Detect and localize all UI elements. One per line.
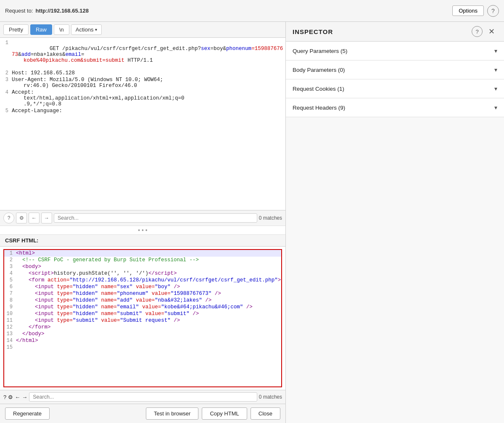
csrf-line-4: 4 <script>history.pushState('', '', '/')…: [4, 270, 281, 277]
csrf-line-2: 2 <!-- CSRF PoC - generated by Burp Suit…: [4, 257, 281, 263]
body-params-header[interactable]: Body Parameters (0) ▾: [286, 60, 504, 79]
request-line-4: 4 Accept:text/html,application/xhtml+xml…: [0, 89, 285, 108]
inspector-section-query-params: Query Parameters (5) ▾: [286, 42, 504, 60]
regenerate-button[interactable]: Regenerate: [5, 407, 50, 420]
bottom-action-bar: Regenerate Test in browser Copy HTML Clo…: [0, 404, 285, 423]
bottom-search-next-icon[interactable]: →: [22, 394, 27, 400]
action-btn-group: Test in browser Copy HTML Close: [146, 407, 280, 420]
right-panel: INSPECTOR ? ✕ Query Parameters (5) ▾ Bod…: [286, 22, 504, 423]
search-bar-top: ? ⚙ ← → 0 matches: [0, 210, 285, 226]
tab-actions[interactable]: Actions ▾: [71, 24, 102, 35]
matches-count-bottom: 0 matches: [259, 394, 282, 400]
search-prev-icon[interactable]: ←: [29, 213, 40, 223]
tab-pretty[interactable]: Pretty: [3, 24, 29, 35]
matches-count-top: 0 matches: [259, 215, 282, 221]
inspector-sections: Query Parameters (5) ▾ Body Parameters (…: [286, 42, 504, 423]
search-help-icon[interactable]: ?: [3, 213, 14, 223]
cookies-header[interactable]: Request Cookies (1) ▾: [286, 79, 504, 98]
headers-header[interactable]: Request Headers (9) ▾: [286, 98, 504, 117]
search-bar-bottom: ? ⚙ ← → 0 matches: [0, 390, 285, 404]
query-params-chevron: ▾: [494, 47, 497, 54]
inspector-title: INSPECTOR: [293, 28, 333, 35]
search-input-bottom[interactable]: [29, 392, 257, 402]
options-button[interactable]: Options: [452, 5, 484, 16]
search-input-top[interactable]: [54, 213, 257, 223]
bottom-search-settings-icon[interactable]: ⚙: [8, 394, 13, 400]
request-url-label: Request to: http://192.168.65.128: [5, 8, 89, 14]
cookies-label: Request Cookies (1): [293, 86, 344, 92]
tab-raw[interactable]: Raw: [30, 24, 52, 35]
csrf-line-9: 9 <input type="hidden" name="email" valu…: [4, 304, 281, 310]
divider: • • •: [0, 226, 285, 235]
tab-newline[interactable]: \n: [54, 24, 69, 35]
search-next-icon[interactable]: →: [41, 213, 52, 223]
csrf-line-10: 10 <input type="hidden" name="submit" va…: [4, 310, 281, 317]
content-area: Pretty Raw \n Actions ▾ 1 GET /pikachu/v…: [0, 22, 504, 423]
inspector-close-icon[interactable]: ✕: [486, 26, 497, 37]
close-button[interactable]: Close: [251, 407, 280, 420]
request-line-1: 1 GET /pikachu/vul/csrf/csrfget/csrf_get…: [0, 39, 285, 70]
cookies-chevron: ▾: [494, 85, 497, 92]
request-label-text: Request to:: [5, 8, 33, 14]
csrf-line-8: 8 <input type="hidden" name="add" value=…: [4, 297, 281, 304]
top-bar: Request to: http://192.168.65.128 Option…: [0, 0, 504, 22]
bottom-search-prev-icon[interactable]: ←: [15, 394, 20, 400]
help-icon[interactable]: ?: [487, 5, 499, 17]
left-panel: Pretty Raw \n Actions ▾ 1 GET /pikachu/v…: [0, 22, 286, 423]
tab-bar: Pretty Raw \n Actions ▾: [0, 22, 285, 38]
copy-html-button[interactable]: Copy HTML: [202, 407, 247, 420]
csrf-line-12: 12 </form>: [4, 324, 281, 331]
top-bar-right: Options ?: [452, 5, 499, 17]
body-params-label: Body Parameters (0): [293, 67, 345, 73]
request-area[interactable]: 1 GET /pikachu/vul/csrf/csrfget/csrf_get…: [0, 38, 285, 210]
inspector-header: INSPECTOR ? ✕: [286, 22, 504, 42]
inspector-section-headers: Request Headers (9) ▾: [286, 98, 504, 117]
request-url-text: http://192.168.65.128: [36, 8, 89, 14]
request-line-5: 5 Accept-Language:: [0, 108, 285, 114]
test-in-browser-button[interactable]: Test in browser: [146, 407, 198, 420]
body-params-chevron: ▾: [494, 66, 497, 73]
chevron-down-icon: ▾: [95, 27, 97, 32]
inspector-icons: ? ✕: [472, 26, 497, 37]
search-settings-icon[interactable]: ⚙: [16, 213, 27, 223]
query-params-header[interactable]: Query Parameters (5) ▾: [286, 42, 504, 60]
request-line-3: 3 User-Agent: Mozilla/5.0 (Windows NT 10…: [0, 76, 285, 89]
csrf-label: CSRF HTML:: [0, 235, 285, 247]
csrf-code-area[interactable]: 1 <html> 2 <!-- CSRF PoC - generated by …: [3, 249, 282, 387]
inspector-section-body-params: Body Parameters (0) ▾: [286, 60, 504, 79]
request-line-2: 2 Host: 192.168.65.128: [0, 70, 285, 76]
query-params-label: Query Parameters (5): [293, 48, 348, 54]
csrf-line-6: 6 <input type="hidden" name="sex" value=…: [4, 284, 281, 290]
inspector-section-cookies: Request Cookies (1) ▾: [286, 79, 504, 98]
csrf-line-11: 11 <input type="submit" value="Submit re…: [4, 317, 281, 324]
headers-label: Request Headers (9): [293, 105, 345, 111]
csrf-line-15: 15: [4, 344, 281, 351]
csrf-line-14: 14 </html>: [4, 337, 281, 344]
csrf-line-3: 3 <body>: [4, 263, 281, 270]
csrf-line-7: 7 <input type="hidden" name="phonenum" v…: [4, 290, 281, 297]
csrf-line-13: 13 </body>: [4, 331, 281, 337]
headers-chevron: ▾: [494, 104, 497, 111]
csrf-section: CSRF HTML: 1 <html> 2 <!-- CSRF PoC - ge…: [0, 235, 285, 404]
csrf-line-1: 1 <html>: [4, 250, 281, 257]
csrf-line-5: 5 <form action="http://192.168.65.128/pi…: [4, 277, 281, 284]
inspector-help-icon[interactable]: ?: [472, 26, 483, 37]
bottom-search-help-icon[interactable]: ?: [3, 394, 6, 400]
